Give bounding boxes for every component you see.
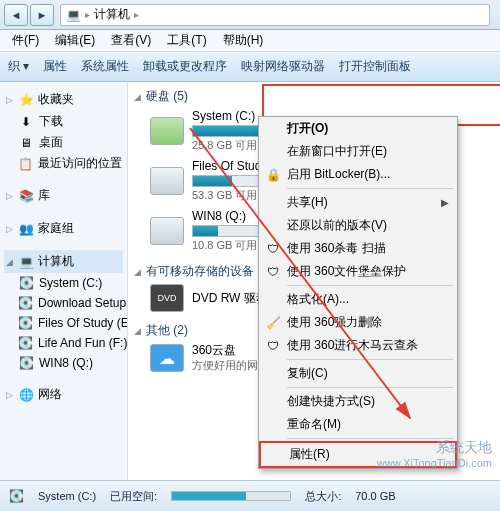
shield-360-icon: 🛡 (265, 264, 281, 280)
shield-360-icon: 🧹 (265, 315, 281, 331)
statusbar: 💽 System (C:) 已用空间: 总大小: 70.0 GB (0, 480, 500, 511)
system-drive-icon (150, 117, 184, 145)
submenu-arrow-icon: ▶ (441, 197, 449, 208)
download-icon: ⬇ (18, 114, 34, 130)
titlebar: ◄ ► 💻 ▸ 计算机 ▸ (0, 0, 500, 30)
separator (287, 188, 453, 189)
ctx-new-window[interactable]: 在新窗口中打开(E) (259, 140, 457, 163)
drive-icon (150, 167, 184, 195)
toolbar-uninstall[interactable]: 卸载或更改程序 (143, 58, 227, 75)
breadcrumb-computer[interactable]: 计算机 (94, 6, 130, 23)
sidebar-item-drive-q[interactable]: 💽WIN8 (Q:) (4, 353, 123, 373)
homegroup-icon: 👥 (18, 221, 34, 237)
chevron-icon: ▷ (6, 224, 14, 234)
ctx-360scan[interactable]: 🛡使用 360杀毒 扫描 (259, 237, 457, 260)
dvd-icon: DVD (150, 284, 184, 312)
ctx-copy[interactable]: 复制(C) (259, 362, 457, 385)
menu-tools[interactable]: 工具(T) (161, 30, 212, 51)
chevron-down-icon: ◢ (134, 326, 142, 336)
forward-button[interactable]: ► (30, 4, 54, 26)
computer-icon: 💻 (65, 7, 81, 23)
status-total-value: 70.0 GB (355, 490, 395, 502)
recent-icon: 📋 (18, 156, 33, 172)
status-usage-bar (171, 491, 291, 501)
context-menu: 打开(O) 在新窗口中打开(E) 🔒启用 BitLocker(B)... 共享(… (258, 116, 458, 469)
sidebar-item-downloads[interactable]: ⬇下载 (4, 111, 123, 132)
shield-360-icon: 🛡 (265, 241, 281, 257)
sidebar-item-drive-f[interactable]: 💽Life And Fun (F:) (4, 333, 123, 353)
sidebar-item-drive-d[interactable]: 💽Download Setup (I (4, 293, 123, 313)
network-icon: 🌐 (18, 387, 34, 403)
toolbar-organize[interactable]: 织 ▾ (8, 58, 29, 75)
toolbar-properties[interactable]: 属性 (43, 58, 67, 75)
sidebar-homegroup[interactable]: ▷👥家庭组 (4, 217, 123, 240)
chevron-icon: ▷ (6, 95, 14, 105)
ctx-rename[interactable]: 重命名(M) (259, 413, 457, 436)
drive-icon (150, 217, 184, 245)
sidebar-item-drive-c[interactable]: 💽System (C:) (4, 273, 123, 293)
star-icon: ⭐ (18, 92, 34, 108)
ctx-format[interactable]: 格式化(A)... (259, 288, 457, 311)
drive-icon: 💽 (18, 315, 33, 331)
toolbar-system-properties[interactable]: 系统属性 (81, 58, 129, 75)
drive-icon: 💽 (18, 355, 34, 371)
chevron-icon: ▷ (6, 191, 14, 201)
ctx-360del[interactable]: 🧹使用 360强力删除 (259, 311, 457, 334)
shield-360-icon: 🛡 (265, 338, 281, 354)
drive-icon: 💽 (18, 275, 34, 291)
sidebar-favorites[interactable]: ▷⭐收藏夹 (4, 88, 123, 111)
breadcrumb-sep-icon: ▸ (85, 9, 90, 20)
ctx-bitlocker[interactable]: 🔒启用 BitLocker(B)... (259, 163, 457, 186)
separator (287, 359, 453, 360)
section-hdd[interactable]: ◢硬盘 (5) (134, 86, 494, 107)
bitlocker-icon: 🔒 (265, 167, 281, 183)
status-used-label: 已用空间: (110, 489, 157, 504)
watermark: 系统天地 www.XiTongTianDi.com (377, 439, 492, 469)
menu-file[interactable]: 件(F) (6, 30, 45, 51)
sidebar-item-drive-e[interactable]: 💽Files Of Study (E:) (4, 313, 123, 333)
menu-help[interactable]: 帮助(H) (217, 30, 270, 51)
sidebar-computer[interactable]: ◢💻计算机 (4, 250, 123, 273)
desktop-icon: 🖥 (18, 135, 34, 151)
status-total-label: 总大小: (305, 489, 341, 504)
breadcrumb-sep-icon: ▸ (134, 9, 139, 20)
menubar: 件(F) 编辑(E) 查看(V) 工具(T) 帮助(H) (0, 30, 500, 52)
ctx-restore[interactable]: 还原以前的版本(V) (259, 214, 457, 237)
chevron-down-icon: ◢ (6, 257, 14, 267)
sidebar-item-recent[interactable]: 📋最近访问的位置 (4, 153, 123, 174)
separator (287, 285, 453, 286)
ctx-open[interactable]: 打开(O) (259, 117, 457, 140)
cloud-icon: ☁ (150, 344, 184, 372)
computer-icon: 💻 (18, 254, 34, 270)
menu-edit[interactable]: 编辑(E) (49, 30, 101, 51)
sidebar-network[interactable]: ▷🌐网络 (4, 383, 123, 406)
library-icon: 📚 (18, 188, 34, 204)
sidebar-item-desktop[interactable]: 🖥桌面 (4, 132, 123, 153)
toolbar-control-panel[interactable]: 打开控制面板 (339, 58, 411, 75)
back-button[interactable]: ◄ (4, 4, 28, 26)
sidebar-libraries[interactable]: ▷📚库 (4, 184, 123, 207)
separator (287, 387, 453, 388)
drive-icon: 💽 (8, 488, 24, 504)
ctx-shortcut[interactable]: 创建快捷方式(S) (259, 390, 457, 413)
toolbar-map-drive[interactable]: 映射网络驱动器 (241, 58, 325, 75)
ctx-360trojan[interactable]: 🛡使用 360进行木马云查杀 (259, 334, 457, 357)
menu-view[interactable]: 查看(V) (105, 30, 157, 51)
ctx-share[interactable]: 共享(H)▶ (259, 191, 457, 214)
chevron-down-icon: ◢ (134, 267, 142, 277)
ctx-360fort[interactable]: 🛡使用 360文件堡垒保护 (259, 260, 457, 283)
chevron-down-icon: ◢ (134, 92, 142, 102)
sidebar: ▷⭐收藏夹 ⬇下载 🖥桌面 📋最近访问的位置 ▷📚库 ▷👥家庭组 ◢💻计算机 💽… (0, 82, 128, 480)
drive-icon: 💽 (18, 295, 33, 311)
drive-icon: 💽 (18, 335, 33, 351)
chevron-icon: ▷ (6, 390, 14, 400)
toolbar: 织 ▾ 属性 系统属性 卸载或更改程序 映射网络驱动器 打开控制面板 (0, 52, 500, 82)
address-bar[interactable]: 💻 ▸ 计算机 ▸ (60, 4, 490, 26)
status-drive-name: System (C:) (38, 490, 96, 502)
nav-buttons: ◄ ► (4, 4, 54, 26)
